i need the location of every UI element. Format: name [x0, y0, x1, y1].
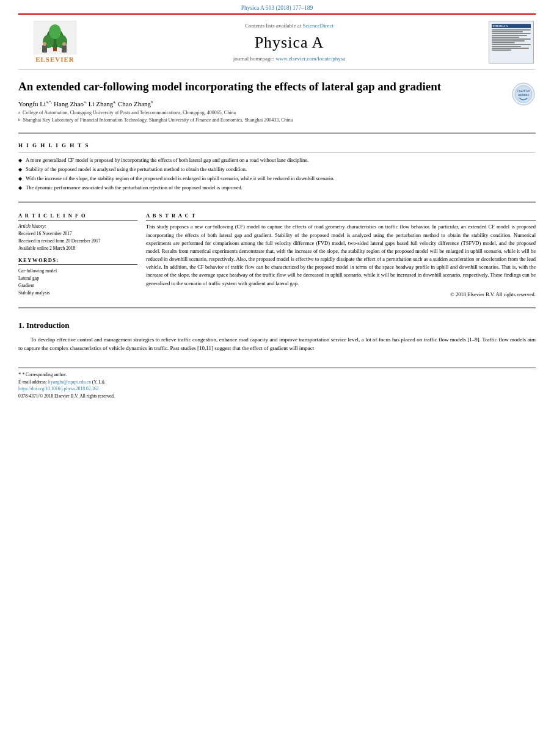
authors-line: Yongfu Lia,*, Hang Zhaoa, Li Zhanga, Cha… — [18, 100, 505, 107]
affil-a-text: College of Automation, Chongqing Univers… — [23, 109, 236, 117]
keywords-section: Keywords: Car-following model Lateral ga… — [18, 257, 137, 297]
doi-link[interactable]: https://doi.org/10.1016/j.physa.2018.02.… — [18, 386, 99, 391]
thumb-line-5 — [492, 37, 519, 38]
elsevier-tree-icon — [34, 21, 76, 54]
thumb-line-9 — [492, 44, 531, 45]
author-1-sup: a,*, — [46, 100, 52, 104]
thumb-line-11 — [492, 48, 529, 49]
abstract-label: A B S T R A C T — [146, 213, 536, 220]
highlight-item-4: ◆ The dynamic performance associated wit… — [18, 184, 536, 192]
check-badge-icon: Check for updates — [511, 82, 536, 106]
article-title-area: An extended car-following model incorpor… — [18, 79, 505, 124]
keyword-3: Gradient — [18, 282, 137, 289]
author-1-name: Yongfu Li — [18, 100, 46, 107]
article-info-col: A R T I C L E I N F O Article history: R… — [18, 213, 137, 297]
available-date: Available online 2 March 2018 — [18, 245, 137, 252]
intro-heading: 1. Introduction — [18, 321, 536, 330]
introduction-section: 1. Introduction To develop effective con… — [18, 312, 536, 358]
thumb-line-1 — [492, 29, 531, 31]
intro-label: Introduction — [26, 321, 70, 330]
journal-info: Contents lists available at ScienceDirec… — [92, 18, 487, 65]
thumb-image: PHYSICA A — [489, 21, 534, 64]
email-person: (Y. Li). — [92, 379, 106, 385]
highlight-text-3: With the increase of the slope, the stab… — [26, 175, 335, 183]
author-2-sup: a, — [84, 100, 87, 104]
bullet-2: ◆ — [18, 166, 22, 173]
elsevier-logo: ELSEVIER — [34, 21, 76, 63]
highlight-item-2: ◆ Stability of the proposed model is ana… — [18, 165, 536, 173]
thumb-line-4 — [492, 35, 527, 36]
email-link[interactable]: liyangfu@cqupt.edu.cn — [48, 379, 91, 385]
svg-rect-6 — [42, 45, 47, 53]
svg-point-9 — [62, 42, 66, 46]
author-3-sup: a, — [113, 100, 116, 104]
svg-point-7 — [43, 42, 46, 46]
received-date: Received 16 November 2017 — [18, 230, 137, 238]
corresponding-label: * Corresponding author. — [22, 372, 67, 377]
highlight-text-1: A more generalized CF model is proposed … — [26, 156, 308, 164]
highlights-divider — [18, 152, 536, 153]
thumb-line-3 — [492, 33, 531, 34]
author-2-name: Hang Zhao — [54, 100, 84, 107]
svg-point-5 — [49, 24, 61, 39]
check-updates-badge[interactable]: Check for updates — [511, 82, 536, 106]
article-info-label: A R T I C L E I N F O — [18, 213, 137, 220]
sciencedirect-label: Contents lists available at — [245, 23, 301, 29]
abstract-col: A B S T R A C T This study proposes a ne… — [146, 213, 536, 297]
bullet-4: ◆ — [18, 184, 22, 192]
sciencedirect-link[interactable]: ScienceDirect — [303, 23, 333, 29]
svg-rect-8 — [62, 45, 67, 53]
affil-b-text: Shanghai Key Laboratory of Financial Inf… — [23, 117, 293, 124]
affil-b: b Shanghai Key Laboratory of Financial I… — [18, 117, 505, 124]
keyword-2: Lateral gap — [18, 275, 137, 282]
journal-homepage: journal homepage: www.elsevier.com/locat… — [233, 56, 345, 62]
journal-citation-text: Physica A 503 (2018) 177–189 — [241, 5, 313, 11]
highlight-item-3: ◆ With the increase of the slope, the st… — [18, 175, 536, 183]
thumb-line-8 — [492, 42, 515, 43]
elsevier-brand: ELSEVIER — [35, 56, 75, 63]
history-label: Article history: — [18, 223, 137, 230]
highlight-text-4: The dynamic performance associated with … — [26, 184, 242, 192]
divider-after-title — [18, 133, 536, 134]
corresponding-author-note: * * Corresponding author. — [18, 371, 536, 379]
highlight-item-1: ◆ A more generalized CF model is propose… — [18, 156, 536, 164]
keywords-label: Keywords: — [18, 257, 137, 265]
highlights-label: H I G H L I G H T S — [18, 142, 536, 148]
author-4-name: Chao Zhang — [118, 100, 151, 107]
corr-star: * — [18, 371, 21, 377]
keyword-1: Car-following model — [18, 267, 137, 275]
two-col-section: A R T I C L E I N F O Article history: R… — [18, 206, 536, 303]
intro-number: 1. — [18, 321, 24, 330]
doi-line: https://doi.org/10.1016/j.physa.2018.02.… — [18, 385, 536, 392]
highlight-list: ◆ A more generalized CF model is propose… — [18, 156, 536, 192]
email-label: E-mail address: — [18, 379, 47, 385]
homepage-link[interactable]: www.elsevier.com/locate/physa — [275, 56, 345, 62]
article-title: An extended car-following model incorpor… — [18, 79, 505, 95]
bullet-1: ◆ — [18, 157, 22, 164]
issn-line: 0378-4371/© 2018 Elsevier B.V. All right… — [18, 393, 536, 399]
thumb-line-6 — [492, 38, 531, 40]
email-note: E-mail address: liyangfu@cqupt.edu.cn (Y… — [18, 379, 536, 385]
thumb-title: PHYSICA A — [492, 24, 531, 28]
thumb-lines — [492, 29, 531, 51]
page: Physica A 503 (2018) 177–189 — [0, 0, 554, 756]
abstract-text: This study proposes a new car-following … — [146, 223, 536, 287]
svg-text:updates: updates — [518, 93, 529, 96]
elsevier-logo-area: ELSEVIER — [18, 18, 92, 65]
journal-citation[interactable]: Physica A 503 (2018) 177–189 — [0, 0, 554, 13]
thumb-line-12 — [492, 49, 511, 51]
thumb-line-10 — [492, 46, 521, 47]
journal-name: Physica A — [255, 34, 324, 52]
sciencedirect-line: Contents lists available at ScienceDirec… — [245, 23, 333, 29]
thumb-line-2 — [492, 31, 523, 32]
journal-header: ELSEVIER Contents lists available at Sci… — [18, 13, 536, 70]
keyword-4: Stability analysis — [18, 289, 137, 297]
highlight-text-2: Stability of the proposed model is analy… — [26, 165, 247, 173]
divider-after-highlights — [18, 202, 536, 203]
author-3-name: Li Zhang — [89, 100, 114, 107]
affil-a: a College of Automation, Chongqing Unive… — [18, 109, 505, 117]
article-title-section: An extended car-following model incorpor… — [18, 70, 536, 129]
homepage-label: journal homepage: — [233, 56, 274, 62]
article-history: Article history: Received 16 November 20… — [18, 223, 137, 252]
highlights-section: H I G H L I G H T S ◆ A more generalized… — [18, 137, 536, 198]
